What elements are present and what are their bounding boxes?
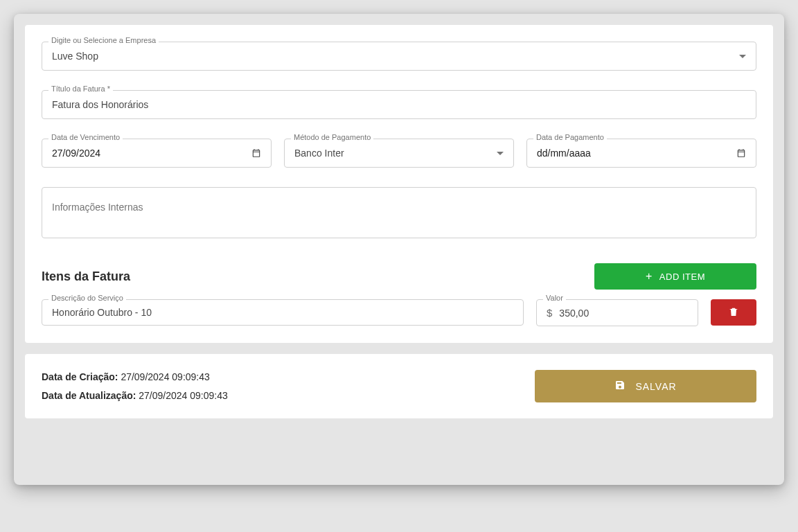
dates-row: Data de Vencimento 27/09/2024 Método de … bbox=[42, 139, 756, 168]
items-header: Itens da Fatura + ADD ITEM bbox=[42, 263, 756, 290]
payment-date-group: Data de Pagamento dd/mm/aaaa bbox=[526, 139, 756, 168]
item-value-input[interactable] bbox=[559, 308, 688, 319]
item-value-group: Valor $ bbox=[536, 299, 698, 326]
payment-method-group: Método de Pagamento Banco Inter bbox=[284, 139, 514, 168]
internal-info-group bbox=[42, 187, 756, 241]
app-container: Digite ou Selecione a Empresa Luve Shop … bbox=[14, 14, 784, 485]
footer-card: Data de Criação: 27/09/2024 09:09:43 Dat… bbox=[25, 354, 773, 418]
invoice-form-card: Digite ou Selecione a Empresa Luve Shop … bbox=[25, 25, 773, 343]
plus-icon: + bbox=[646, 270, 653, 283]
payment-date-input[interactable]: dd/mm/aaaa bbox=[526, 139, 756, 168]
due-date-group: Data de Vencimento 27/09/2024 bbox=[42, 139, 272, 168]
company-field-group: Digite ou Selecione a Empresa Luve Shop bbox=[42, 42, 756, 71]
item-row: Descrição do Serviço Valor $ bbox=[42, 299, 756, 326]
title-input[interactable] bbox=[42, 90, 756, 119]
item-desc-input[interactable] bbox=[42, 299, 524, 326]
due-date-label: Data de Vencimento bbox=[48, 133, 123, 141]
save-button[interactable]: SALVAR bbox=[535, 370, 756, 402]
item-value-label: Valor bbox=[543, 294, 566, 302]
company-select[interactable]: Luve Shop bbox=[42, 42, 756, 71]
item-value-input-wrap[interactable]: $ bbox=[536, 299, 698, 326]
save-label: SALVAR bbox=[635, 381, 676, 392]
updated-label: Data de Atualização: bbox=[42, 390, 136, 401]
created-label: Data de Criação: bbox=[42, 371, 118, 382]
item-desc-label: Descrição do Serviço bbox=[48, 294, 126, 302]
add-item-label: ADD ITEM bbox=[659, 272, 705, 282]
dollar-icon: $ bbox=[547, 307, 552, 319]
items-title: Itens da Fatura bbox=[42, 269, 130, 284]
add-item-button[interactable]: + ADD ITEM bbox=[594, 263, 756, 290]
created-value: 27/09/2024 09:09:43 bbox=[121, 371, 209, 382]
trash-icon bbox=[728, 306, 739, 319]
chevron-down-icon bbox=[739, 55, 746, 58]
updated-value: 27/09/2024 09:09:43 bbox=[139, 390, 227, 401]
updated-line: Data de Atualização: 27/09/2024 09:09:43 bbox=[42, 387, 228, 405]
company-value: Luve Shop bbox=[52, 51, 98, 62]
company-label: Digite ou Selecione a Empresa bbox=[48, 36, 159, 44]
payment-date-label: Data de Pagamento bbox=[533, 133, 607, 141]
meta-info: Data de Criação: 27/09/2024 09:09:43 Dat… bbox=[42, 368, 228, 405]
payment-method-select[interactable]: Banco Inter bbox=[284, 139, 514, 168]
chevron-down-icon bbox=[497, 152, 504, 155]
delete-item-button[interactable] bbox=[711, 299, 756, 326]
calendar-icon bbox=[251, 148, 261, 158]
payment-method-value: Banco Inter bbox=[294, 148, 344, 159]
payment-date-placeholder: dd/mm/aaaa bbox=[537, 148, 591, 159]
internal-info-textarea[interactable] bbox=[42, 187, 756, 238]
title-field-group: Título da Fatura * bbox=[42, 90, 756, 119]
due-date-input[interactable]: 27/09/2024 bbox=[42, 139, 272, 168]
calendar-icon bbox=[736, 148, 746, 158]
payment-method-label: Método de Pagamento bbox=[291, 133, 373, 141]
save-icon bbox=[614, 380, 626, 393]
created-line: Data de Criação: 27/09/2024 09:09:43 bbox=[42, 368, 228, 387]
item-desc-group: Descrição do Serviço bbox=[42, 299, 524, 326]
due-date-value: 27/09/2024 bbox=[52, 148, 100, 159]
title-label: Título da Fatura * bbox=[48, 85, 113, 93]
